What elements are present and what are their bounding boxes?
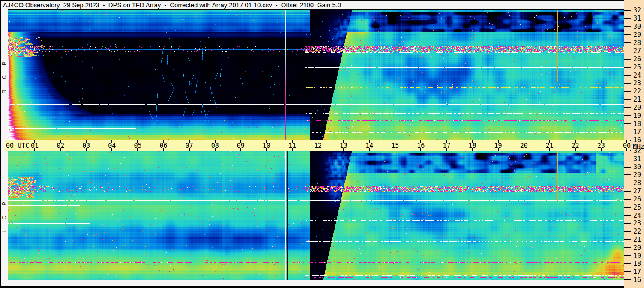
time-axis: 00 UTC0102030405060708091011121314151617… bbox=[5, 140, 630, 151]
freq-tick bbox=[624, 167, 631, 168]
freq-tick bbox=[624, 231, 631, 232]
hour-label: 14 bbox=[362, 142, 377, 150]
hour-label: 15 bbox=[387, 142, 403, 150]
freq-tick bbox=[624, 75, 631, 76]
hour-label: 12 bbox=[310, 142, 326, 150]
freq-tick bbox=[624, 99, 631, 100]
freq-tick bbox=[624, 107, 631, 108]
hour-label: 13 bbox=[336, 142, 351, 150]
bottom-margin bbox=[1, 280, 624, 286]
hour-label: 09 bbox=[233, 142, 249, 150]
freq-label: 22 bbox=[633, 228, 644, 235]
freq-tick bbox=[624, 67, 631, 68]
freq-tick bbox=[624, 199, 631, 200]
freq-tick bbox=[624, 18, 631, 19]
hour-label: 23 bbox=[593, 142, 609, 150]
freq-label: 22 bbox=[633, 87, 644, 95]
freq-tick bbox=[624, 115, 631, 116]
freq-tick bbox=[624, 42, 631, 43]
freq-label: 32 bbox=[633, 6, 644, 14]
freq-label: 20 bbox=[633, 104, 644, 111]
freq-tick bbox=[624, 83, 631, 84]
hour-label: 22 bbox=[568, 142, 583, 150]
freq-label: 27 bbox=[633, 187, 644, 195]
freq-label: 26 bbox=[633, 55, 644, 63]
freq-label: 16 bbox=[633, 276, 644, 284]
freq-tick bbox=[624, 159, 631, 159]
hour-label: 18 bbox=[464, 142, 480, 150]
freq-tick bbox=[624, 10, 631, 11]
freq-tick bbox=[624, 207, 631, 208]
hour-label: 20 bbox=[516, 142, 532, 150]
freq-label: 29 bbox=[633, 31, 644, 39]
hour-label: 08 bbox=[207, 142, 223, 150]
hour-label: 11 bbox=[285, 142, 300, 150]
rcp-spectrogram bbox=[8, 10, 624, 140]
freq-label: 25 bbox=[633, 204, 644, 211]
freq-label: 29 bbox=[633, 171, 644, 179]
freq-tick bbox=[624, 91, 631, 92]
freq-label: 31 bbox=[633, 15, 644, 22]
lcp-spectrogram bbox=[8, 151, 624, 280]
hour-label: 17 bbox=[439, 142, 454, 150]
freq-label: 28 bbox=[633, 39, 644, 47]
hour-label: 16 bbox=[413, 142, 428, 150]
freq-label: 17 bbox=[633, 128, 644, 136]
freq-tick bbox=[624, 239, 631, 240]
hour-label: 05 bbox=[130, 142, 145, 150]
freq-label: 27 bbox=[633, 47, 644, 55]
hour-label: 10 bbox=[259, 142, 274, 150]
freq-tick bbox=[624, 51, 631, 51]
freq-label: 31 bbox=[633, 155, 644, 163]
freq-label: 21 bbox=[633, 96, 644, 103]
hour-label: 07 bbox=[182, 142, 197, 150]
freq-label: 18 bbox=[633, 260, 644, 267]
hour-label: 02 bbox=[53, 142, 68, 150]
freq-tick bbox=[624, 174, 631, 175]
freq-tick bbox=[624, 271, 631, 272]
hour-label: 19 bbox=[491, 142, 506, 150]
rcp-panel-label: R C P bbox=[1, 52, 8, 99]
freq-tick bbox=[624, 34, 631, 35]
hour-label: 06 bbox=[156, 142, 171, 150]
hour-label: 03 bbox=[78, 142, 94, 150]
hour-label: 21 bbox=[542, 142, 557, 150]
freq-label: 25 bbox=[633, 63, 644, 71]
freq-tick bbox=[624, 191, 631, 192]
freq-tick bbox=[624, 263, 631, 264]
freq-label: 26 bbox=[633, 195, 644, 203]
freq-tick bbox=[624, 223, 631, 224]
freq-label: 19 bbox=[633, 112, 644, 120]
freq-label: 30 bbox=[633, 163, 644, 171]
hour-label: 01 bbox=[27, 142, 42, 150]
title-bar: AJ4CO Observatory 29 Sep 2023 - DPS on T… bbox=[1, 1, 624, 9]
freq-tick bbox=[624, 26, 631, 27]
freq-label: 24 bbox=[633, 72, 644, 79]
freq-label: 19 bbox=[633, 252, 644, 260]
freq-label: 23 bbox=[633, 79, 644, 87]
freq-label: 23 bbox=[633, 219, 644, 227]
hour-label: 04 bbox=[104, 142, 120, 150]
freq-label: 18 bbox=[633, 120, 644, 128]
hour-label: 00 bbox=[619, 142, 635, 150]
freq-tick bbox=[624, 183, 631, 183]
lcp-panel-label: L C P bbox=[1, 192, 8, 239]
freq-label: 24 bbox=[633, 212, 644, 219]
freq-label: 20 bbox=[633, 244, 644, 252]
freq-tick bbox=[624, 59, 631, 60]
freq-tick bbox=[624, 279, 631, 280]
freq-tick bbox=[624, 247, 631, 248]
freq-tick bbox=[624, 255, 631, 256]
freq-label: 17 bbox=[633, 268, 644, 276]
freq-tick bbox=[624, 132, 631, 132]
freq-label: 30 bbox=[633, 23, 644, 30]
freq-tick bbox=[624, 215, 631, 216]
freq-label: 28 bbox=[633, 179, 644, 187]
app-window: AJ4CO Observatory 29 Sep 2023 - DPS on T… bbox=[0, 0, 644, 288]
freq-label: 21 bbox=[633, 236, 644, 243]
freq-tick bbox=[624, 123, 631, 124]
